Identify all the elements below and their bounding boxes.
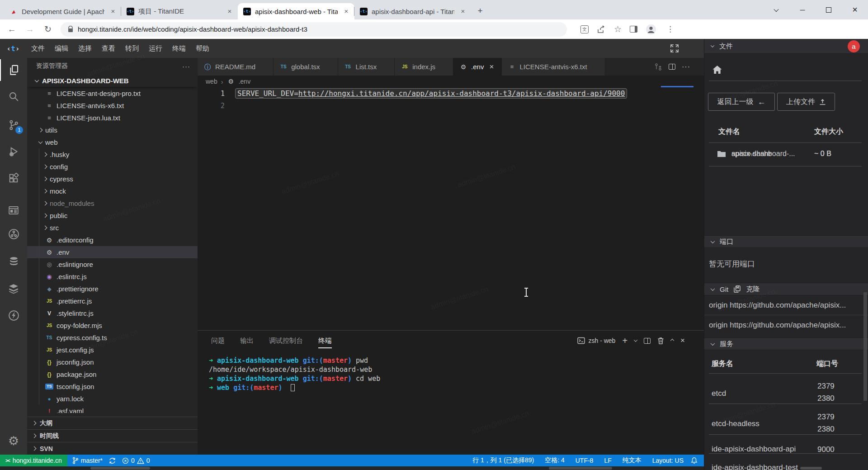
sidebar-section-header[interactable]: 时间线 (27, 429, 198, 442)
env-url-link[interactable]: http://hongxi.titanide.cn/app/apisix-das… (298, 89, 625, 98)
browser-tab[interactable]: Development Guide | Apache × (5, 3, 121, 19)
back-icon[interactable]: ← (6, 24, 17, 34)
split-editor-icon[interactable] (669, 64, 675, 70)
status-bar-item[interactable]: 行 1，列 1 (已选择89) (469, 455, 538, 466)
tab-close-icon[interactable]: × (458, 7, 467, 16)
source-control-icon[interactable]: 1 (0, 114, 27, 136)
go-up-button[interactable]: 返回上一级← (708, 93, 775, 111)
tree-item[interactable]: ◎ .eslintignore (27, 258, 198, 271)
tree-item[interactable]: src (27, 222, 198, 234)
tree-item[interactable]: public (27, 209, 198, 222)
tree-item[interactable]: .husky (27, 148, 198, 161)
address-bar[interactable]: hongxi.titanide.cn/ide/web/coding/apisix… (61, 22, 567, 37)
notifications-bell-icon[interactable] (691, 457, 698, 464)
editor-tab[interactable]: ⚙ .env × (453, 58, 502, 76)
breadcrumb[interactable]: web › ⚙ .env (198, 76, 704, 87)
ports-section-header[interactable]: 端口 (704, 235, 868, 248)
editor-tab[interactable]: ⓘ README.md × (198, 58, 274, 76)
tree-item[interactable]: ◆ .prettierignore (27, 283, 198, 295)
tree-item[interactable]: JS .prettierrc.js (27, 295, 198, 307)
compare-changes-icon[interactable] (654, 63, 662, 71)
tree-item[interactable]: web (27, 136, 198, 148)
breadcrumb-folder[interactable]: web (206, 78, 217, 85)
settings-gear-icon[interactable]: ⚙ (0, 430, 27, 452)
menubar-item[interactable]: 文件 (26, 42, 50, 55)
tree-item[interactable]: ≡ LICENSE-json.lua.txt (27, 112, 198, 124)
extensions-icon[interactable] (0, 167, 27, 189)
explorer-icon[interactable] (0, 59, 27, 81)
tree-item[interactable]: ● yarn.lock (27, 393, 198, 405)
git-section-header[interactable]: Git 克隆 (704, 283, 868, 295)
minimize-button[interactable]: ─ (789, 0, 816, 19)
browser-tab[interactable]: 项目 - TitanIDE × (121, 3, 238, 19)
tree-item[interactable]: JS copy-folder.mjs (27, 319, 198, 332)
explorer-more-actions-icon[interactable]: ··· (182, 62, 190, 70)
layers-icon[interactable] (0, 278, 27, 299)
tree-item[interactable]: ≡ LICENSE-ant-design-pro.txt (27, 87, 198, 100)
browser-avatar[interactable] (646, 24, 656, 35)
new-tab-button[interactable]: + (474, 5, 486, 18)
menubar-item[interactable]: 编辑 (50, 42, 73, 55)
sync-button[interactable] (106, 455, 119, 466)
maximize-button[interactable] (816, 0, 842, 19)
menubar-item[interactable]: 终端 (167, 42, 191, 55)
editor-tab[interactable]: ≡ LICENSE-antvis-x6.txt × (502, 58, 605, 76)
menubar-item[interactable]: 转到 (120, 42, 144, 55)
tree-item[interactable]: node_modules (27, 197, 198, 209)
services-section-header[interactable]: 服务 (704, 337, 868, 350)
power-icon[interactable] (0, 304, 27, 326)
preview-icon[interactable] (0, 199, 27, 221)
kill-terminal-icon[interactable] (657, 337, 664, 344)
browser-kebab-menu-icon[interactable]: ⋮ (665, 24, 676, 34)
files-section-header[interactable]: 文件 a (704, 39, 868, 54)
close-window-button[interactable]: × (842, 0, 868, 19)
home-icon[interactable] (712, 66, 722, 74)
reload-icon[interactable]: ↻ (42, 24, 53, 34)
share-icon[interactable] (597, 25, 606, 33)
tree-item[interactable]: mock (27, 185, 198, 197)
more-actions-icon[interactable]: ··· (682, 63, 690, 71)
tree-item[interactable]: V .stylelintrc.js (27, 307, 198, 319)
tree-item[interactable]: {} package.json (27, 368, 198, 380)
tree-item[interactable]: ◉ .eslintrc.js (27, 271, 198, 283)
menubar-item[interactable]: 选择 (73, 42, 97, 55)
problems-status[interactable]: 0 0 (119, 455, 153, 466)
run-and-debug-icon[interactable] (0, 141, 27, 162)
tree-item[interactable]: utils (27, 124, 198, 136)
repository-icon[interactable] (0, 223, 27, 245)
git-branch-status[interactable]: master* (69, 455, 106, 466)
panel-tab[interactable]: 输出 (240, 331, 254, 351)
tree-item[interactable]: {} jsconfig.json (27, 356, 198, 368)
tree-item[interactable]: TS tsconfig.json (27, 380, 198, 393)
git-remote[interactable]: origin https://github.com/apache/apisix.… (704, 315, 868, 335)
split-terminal-icon[interactable] (644, 338, 651, 344)
browser-menu-chevron-icon[interactable] (763, 0, 789, 19)
status-bar-item[interactable]: 纯文本 (619, 455, 645, 466)
tree-item[interactable]: ! .asf.yaml (27, 405, 198, 413)
maximize-panel-icon[interactable] (670, 339, 674, 342)
status-bar-item[interactable]: UTF-8 (572, 455, 597, 466)
upload-file-button[interactable]: 上传文件 (777, 93, 835, 111)
tree-item[interactable]: TS cypress.config.ts (27, 332, 198, 344)
panel-tab[interactable]: 问题 (211, 331, 225, 351)
tree-item[interactable]: ≡ LICENSE-antvis-x6.txt (27, 100, 198, 112)
editor-tab[interactable]: TS global.tsx × (274, 58, 338, 76)
translate-icon[interactable]: 文 (580, 25, 589, 33)
tab-close-icon[interactable]: × (342, 7, 351, 16)
tree-item[interactable]: JS jest.config.js (27, 344, 198, 356)
fullscreen-icon[interactable] (670, 44, 679, 53)
forward-icon[interactable]: → (24, 24, 35, 34)
database-icon[interactable] (0, 251, 27, 272)
tree-item[interactable]: config (27, 161, 198, 173)
editor-tab[interactable]: JS index.js × (395, 58, 453, 76)
browser-tab[interactable]: apisix-dashboard-web - TitanI × (238, 3, 354, 19)
panel-tab[interactable]: 终端 (318, 331, 332, 351)
breadcrumb-file[interactable]: .env (239, 78, 250, 85)
tree-item[interactable]: ⚙ .editorconfig (27, 234, 198, 246)
shell-selector[interactable]: zsh - web (577, 337, 615, 344)
sidebar-section-header[interactable]: 大纲 (27, 417, 198, 429)
side-panel-icon[interactable] (630, 26, 637, 33)
new-terminal-icon[interactable]: + (622, 336, 627, 345)
status-bar-item[interactable]: 空格: 4 (541, 455, 568, 466)
file-row[interactable]: space.share ~ 0 B (704, 143, 868, 166)
